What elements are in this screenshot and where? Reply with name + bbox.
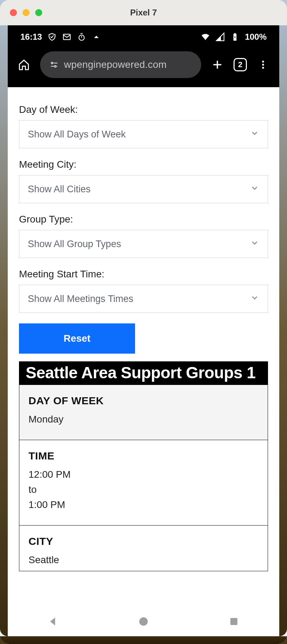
android-back-button[interactable]	[46, 614, 60, 629]
chevron-down-icon	[250, 183, 259, 195]
meeting-day-value: Monday	[28, 412, 259, 427]
window-close-button[interactable]	[10, 9, 17, 16]
filter-meeting-city: Meeting City: Show All Cities	[19, 159, 268, 203]
battery-percent: 100%	[245, 32, 267, 42]
android-statusbar-area: 16:13	[8, 25, 279, 87]
device-viewport: 16:13	[8, 25, 279, 636]
notification-gmail-icon	[62, 32, 71, 41]
svg-point-4	[51, 62, 53, 64]
window-fullscreen-button[interactable]	[35, 9, 42, 16]
svg-rect-3	[234, 33, 235, 34]
filter-group-type: Group Type: Show All Group Types	[19, 214, 268, 258]
meeting-time-end: 1:00 PM	[28, 497, 259, 512]
chrome-tab-switcher[interactable]: 2	[234, 58, 247, 71]
filter-day-value: Show All Days of Week	[28, 129, 126, 140]
notification-shield-icon	[47, 32, 57, 41]
chrome-menu-button[interactable]	[255, 57, 271, 72]
meeting-city-header: CITY	[28, 535, 259, 547]
meeting-time-header: TIME	[28, 450, 259, 462]
filter-day-label: Day of Week:	[19, 104, 268, 115]
chevron-down-icon	[250, 293, 259, 305]
chrome-home-button[interactable]	[16, 57, 32, 72]
wallpaper-bottom	[0, 636, 287, 644]
svg-point-7	[262, 64, 264, 66]
window-minimize-button[interactable]	[23, 9, 30, 16]
filter-meeting-start-time: Meeting Start Time: Show All Meetings Ti…	[19, 269, 268, 313]
statusbar: 16:13	[8, 25, 279, 49]
filter-day-select[interactable]: Show All Days of Week	[19, 120, 268, 148]
meeting-row-day: DAY OF WEEK Monday	[19, 385, 268, 439]
chrome-tab-count: 2	[238, 60, 242, 69]
filter-type-label: Group Type:	[19, 214, 268, 225]
traffic-lights	[10, 9, 42, 16]
wallpaper-left	[0, 25, 8, 636]
mac-window: Pixel 7 16:13	[0, 0, 287, 644]
meeting-time-sep: to	[28, 482, 259, 497]
chevron-down-icon	[250, 238, 259, 250]
android-recents-button[interactable]	[227, 614, 241, 629]
page-content[interactable]: Day of Week: Show All Days of Week Meeti…	[8, 87, 279, 636]
meeting-row-time: TIME 12:00 PM to 1:00 PM	[19, 440, 268, 525]
reset-button-label: Reset	[64, 333, 90, 344]
filter-type-select[interactable]: Show All Group Types	[19, 230, 268, 258]
filter-city-select[interactable]: Show All Cities	[19, 175, 268, 203]
meeting-city-value: Seattle	[28, 552, 259, 567]
svg-point-5	[55, 65, 56, 67]
svg-point-6	[262, 61, 264, 63]
filter-city-value: Show All Cities	[28, 184, 91, 195]
meeting-card-header: Seattle Area Support Groups 1	[19, 362, 268, 385]
svg-rect-10	[230, 618, 237, 625]
wallpaper-right	[279, 25, 287, 636]
chrome-omnibox[interactable]: wpenginepowered.com	[40, 51, 201, 78]
omnibox-url: wpenginepowered.com	[64, 59, 167, 70]
meeting-row-city: CITY Seattle	[19, 525, 268, 571]
svg-point-1	[79, 35, 84, 40]
notification-more-icon	[92, 32, 97, 41]
svg-point-9	[139, 617, 148, 626]
filter-day-of-week: Day of Week: Show All Days of Week	[19, 104, 268, 148]
mac-window-title: Pixel 7	[130, 8, 157, 18]
meeting-card: Seattle Area Support Groups 1 DAY OF WEE…	[19, 361, 268, 571]
meeting-time-start: 12:00 PM	[28, 467, 259, 482]
filter-type-value: Show All Group Types	[28, 239, 121, 250]
filter-time-select[interactable]: Show All Meetings Times	[19, 285, 268, 313]
filter-time-value: Show All Meetings Times	[28, 294, 133, 304]
android-nav-bar	[8, 607, 279, 636]
cellular-signal-icon	[216, 32, 225, 41]
mac-titlebar: Pixel 7	[0, 0, 287, 25]
site-settings-icon	[49, 60, 59, 70]
meeting-card-title: Seattle Area Support Groups 1	[26, 365, 261, 380]
svg-point-8	[262, 67, 264, 69]
wifi-icon	[201, 32, 210, 41]
chrome-toolbar: wpenginepowered.com 2	[8, 49, 279, 87]
notification-timer-icon	[77, 32, 86, 41]
chevron-down-icon	[250, 129, 259, 140]
chrome-new-tab-button[interactable]	[210, 57, 225, 72]
filter-time-label: Meeting Start Time:	[19, 269, 268, 280]
meeting-day-header: DAY OF WEEK	[28, 395, 259, 407]
filter-city-label: Meeting City:	[19, 159, 268, 170]
reset-button[interactable]: Reset	[19, 323, 135, 354]
statusbar-clock: 16:13	[20, 32, 42, 42]
android-home-button[interactable]	[136, 614, 151, 629]
battery-charging-icon	[230, 32, 240, 41]
